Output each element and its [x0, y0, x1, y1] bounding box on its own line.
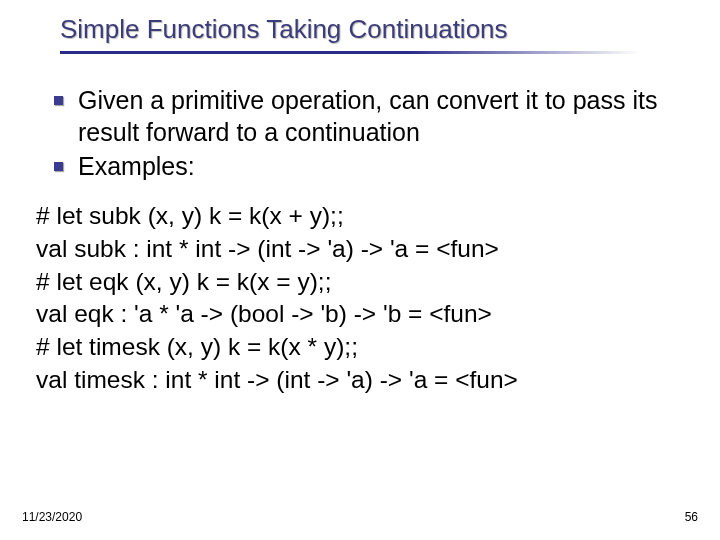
page-number: 56: [685, 510, 698, 524]
slide-title: Simple Functions Taking Continuations: [60, 14, 720, 45]
slide-content: Given a primitive operation, can convert…: [0, 54, 720, 397]
bullet-item: Given a primitive operation, can convert…: [54, 84, 690, 148]
code-line: val eqk : 'a * 'a -> (bool -> 'b) -> 'b …: [36, 298, 690, 331]
footer-date: 11/23/2020: [22, 510, 82, 524]
code-line: # let timesk (x, y) k = k(x * y);;: [36, 331, 690, 364]
code-line: val subk : int * int -> (int -> 'a) -> '…: [36, 233, 690, 266]
bullet-item: Examples:: [54, 150, 690, 182]
code-line: # let subk (x, y) k = k(x + y);;: [36, 200, 690, 233]
code-block: # let subk (x, y) k = k(x + y);; val sub…: [36, 200, 690, 397]
bullet-list: Given a primitive operation, can convert…: [36, 84, 690, 182]
title-wrap: Simple Functions Taking Continuations: [0, 0, 720, 45]
slide: Simple Functions Taking Continuations Gi…: [0, 0, 720, 540]
code-line: # let eqk (x, y) k = k(x = y);;: [36, 266, 690, 299]
code-line: val timesk : int * int -> (int -> 'a) ->…: [36, 364, 690, 397]
